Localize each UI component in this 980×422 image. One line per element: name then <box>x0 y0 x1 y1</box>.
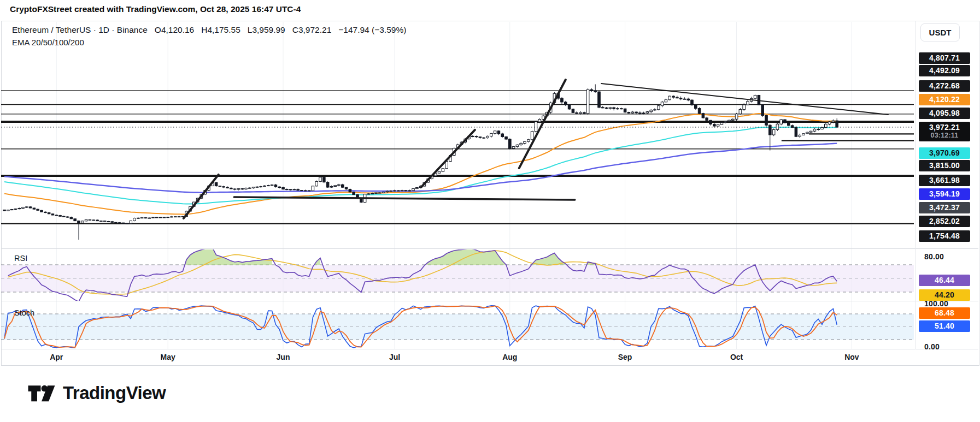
price-axis-label[interactable]: 2,852.02 <box>919 216 970 227</box>
time-axis[interactable] <box>1 349 915 365</box>
time-axis-label-jun: Jun <box>277 353 290 361</box>
tradingview-logo-icon <box>27 379 56 407</box>
time-axis-label-jul: Jul <box>389 353 400 361</box>
price-axis-label[interactable]: 1,754.48 <box>919 230 970 242</box>
price-axis-label[interactable]: 80.00 <box>919 251 976 263</box>
symbol-title[interactable]: Ethereum / TetherUS · 1D · Binance <box>12 25 148 35</box>
price-axis-label[interactable]: 51.40 <box>919 320 970 332</box>
time-axis-label-may: May <box>161 353 175 361</box>
bar-countdown: 03:12:11 <box>931 132 959 140</box>
ohlc-open: O4,120.16 <box>155 25 194 35</box>
rsi-indicator-label[interactable]: RSI <box>14 254 27 263</box>
price-axis-label[interactable]: 46.44 <box>919 275 970 286</box>
price-axis-label[interactable]: 3,815.00 <box>919 160 970 171</box>
price-axis-label[interactable]: 3,594.19 <box>919 188 970 200</box>
ohlc-change: −147.94 (−3.59%) <box>338 25 406 35</box>
screenshot-credit: CryptoFXStreet created with TradingView.… <box>10 4 301 14</box>
ohlc-high: H4,175.55 <box>201 25 240 35</box>
time-axis-label-oct: Oct <box>730 353 743 361</box>
tradingview-snapshot: { "credit": "CryptoFXStreet created with… <box>0 0 980 422</box>
stoch-indicator-label[interactable]: Stoch <box>14 308 34 317</box>
stoch-panel[interactable] <box>1 301 915 349</box>
price-axis-label[interactable]: 4,272.68 <box>919 80 970 92</box>
time-axis-label-aug: Aug <box>502 353 517 361</box>
price-chart-panel[interactable] <box>1 49 915 248</box>
price-axis-label[interactable]: 4,120.22 <box>919 94 970 105</box>
current-price-label[interactable]: 3,972.2103:12:11 <box>919 122 970 141</box>
price-axis-label[interactable]: 3,970.69 <box>919 147 970 159</box>
ema-indicator-label[interactable]: EMA 20/50/100/200 <box>12 38 84 47</box>
price-axis-label[interactable]: 68.48 <box>919 307 970 319</box>
time-axis-label-sep: Sep <box>618 353 632 361</box>
price-axis-label[interactable]: 4,492.09 <box>919 65 970 76</box>
ohlc-close: C3,972.21 <box>292 25 332 35</box>
time-axis-label-nov: Nov <box>844 353 859 361</box>
price-axis-label[interactable]: 3,661.98 <box>919 175 970 186</box>
current-price-value: 3,972.21 <box>929 123 960 132</box>
rsi-panel[interactable] <box>1 249 915 301</box>
price-axis-label[interactable]: 4,095.98 <box>919 108 970 119</box>
price-axis-label[interactable]: 4,807.71 <box>919 52 970 64</box>
tradingview-logo-text: TradingView <box>63 383 166 403</box>
time-axis-label-apr: Apr <box>50 353 63 361</box>
ohlc-low: L3,959.99 <box>248 25 285 35</box>
price-axis-label[interactable]: 3,472.37 <box>919 202 970 213</box>
tradingview-logo[interactable]: TradingView <box>27 379 166 407</box>
price-axis-label[interactable]: 0.00 <box>919 341 976 353</box>
currency-toggle-button[interactable]: USDT <box>920 23 960 41</box>
symbol-legend: Ethereum / TetherUS · 1D · Binance O4,12… <box>12 25 406 35</box>
